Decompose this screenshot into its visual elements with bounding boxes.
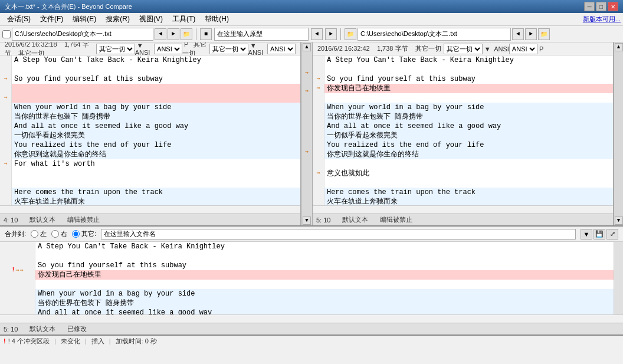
right-file-path[interactable]: C:\Users\echo\Desktop\文本二.txt xyxy=(358,28,511,41)
right-file-section: 📁 C:\Users\echo\Desktop\文本二.txt ◄ ► 📁 xyxy=(345,28,550,41)
menu-help[interactable]: 帮助(H) xyxy=(200,13,234,25)
line-text: And all at once it seemed like a good wa… xyxy=(324,122,501,131)
center-divider: ▲ ⇒⇒⇒ ▼ xyxy=(301,42,313,225)
menu-session[interactable]: 会话(S) xyxy=(2,13,35,25)
table-row xyxy=(313,65,613,74)
merge-edit-status: 已修改 xyxy=(67,324,87,333)
table-row: ⇒So you find yourself at this subway xyxy=(0,74,300,84)
left-horiz-scrollbar[interactable] xyxy=(0,205,300,214)
right-encoding-select1[interactable]: 其它一切 xyxy=(444,44,483,54)
table-row: You realized its the end of your life xyxy=(0,140,300,150)
right-position: 5: 10 xyxy=(316,217,330,224)
left-encoding-select1[interactable]: 其它一切 xyxy=(96,44,135,54)
middle-back-btn[interactable]: ◄ xyxy=(311,28,323,40)
left-ansi-select[interactable]: ANSI xyxy=(267,44,296,54)
table-row: When your world in a bag by your side xyxy=(313,103,613,112)
left-folder-btn[interactable]: 📁 xyxy=(181,28,192,40)
table-row: ⇒So you find yourself at this subway xyxy=(313,74,613,84)
line-gutter xyxy=(0,169,12,178)
left-diff-lines[interactable]: A Step You Can't Take Back - Keira Knigh… xyxy=(0,55,300,205)
merge-gutter-row xyxy=(0,250,35,258)
menu-tools[interactable]: 工具(T) xyxy=(168,13,200,25)
middle-path[interactable]: 在这里输入原型 xyxy=(214,28,309,41)
line-text: When your world in a bag by your side xyxy=(12,103,171,112)
right-encoding-select2[interactable]: ANSI xyxy=(509,44,537,54)
left-diff-content[interactable]: A Step You Can't Take Back - Keira Knigh… xyxy=(0,55,300,205)
merge-fullscreen-btn[interactable]: ⤢ xyxy=(606,229,618,240)
scroll-up-btn[interactable]: ▲ xyxy=(303,43,311,51)
menu-edit[interactable]: 编辑(E) xyxy=(68,13,101,25)
maximize-button[interactable]: □ xyxy=(596,2,606,11)
save-btn[interactable]: ■ xyxy=(200,28,212,40)
table-row: Here comes the train upon the track xyxy=(313,188,613,197)
table-row: 当你的世界在包装下 随身携带 xyxy=(0,112,300,122)
merge-output-path[interactable]: 在这里输入文件名 xyxy=(101,229,576,240)
merge-gutter: !⇒⇒ xyxy=(0,242,35,314)
left-encoding-select2[interactable]: ANSI xyxy=(154,44,182,54)
center-arrow-item xyxy=(301,182,312,191)
menu-search[interactable]: 搜索(R) xyxy=(101,13,135,25)
right-diff-lines[interactable]: A Step You Can't Take Back - Keira Knigh… xyxy=(313,55,613,205)
line-gutter: ⇒ xyxy=(313,169,324,178)
right-diff-content[interactable]: A Step You Can't Take Back - Keira Knigh… xyxy=(313,55,613,205)
merge-line-text: A Step You Can't Take Back - Keira Knigh… xyxy=(35,242,225,251)
insert-mode: 插入 xyxy=(91,337,104,346)
line-gutter xyxy=(0,55,12,65)
scroll-down-btn[interactable]: ▼ xyxy=(303,217,311,225)
merge-gutter-row xyxy=(0,242,35,250)
merge-horiz-scrollbar[interactable] xyxy=(0,314,623,323)
merge-radio-other[interactable]: 其它: xyxy=(72,229,96,238)
arrow2-icon: ⇒ xyxy=(20,267,24,274)
line-text: 你意识到这就是你生命的终结 xyxy=(12,150,106,159)
line-text: 当你的世界在包装下 随身携带 xyxy=(12,112,110,122)
left-file-path[interactable]: C:\Users\echo\Desktop\文本一.txt xyxy=(12,28,153,41)
minimize-button[interactable]: ─ xyxy=(584,2,595,11)
merge-lines[interactable]: A Step You Can't Take Back - Keira Knigh… xyxy=(35,242,614,314)
left-edit-status: 编辑被禁止 xyxy=(67,215,100,224)
merge-scrollbar[interactable] xyxy=(614,242,623,314)
menu-view[interactable]: 视图(V) xyxy=(135,13,168,25)
merge-panel: 合并到: 左 右 其它: 在这里输入文件名 ▼ 💾 ⤢ !⇒⇒ A Step Y… xyxy=(0,225,623,335)
merge-content[interactable]: !⇒⇒ A Step You Can't Take Back - Keira K… xyxy=(0,242,623,314)
right-scroll-up[interactable]: ▲ xyxy=(615,43,623,51)
merge-save-btn[interactable]: 💾 xyxy=(594,229,605,240)
center-arrow-item xyxy=(301,208,312,217)
left-back-btn[interactable]: ◄ xyxy=(155,28,166,40)
table-row xyxy=(0,178,300,188)
line-text: Here comes the train upon the track xyxy=(12,188,163,197)
right-folder2-btn[interactable]: 📁 xyxy=(538,28,550,40)
conflict-warning-icon: ! xyxy=(4,337,6,345)
right-folder-btn[interactable]: 📁 xyxy=(345,28,356,40)
line-text xyxy=(12,65,14,74)
menu-file[interactable]: 文件(F) xyxy=(35,13,68,25)
merge-label: 合并到: xyxy=(5,229,26,238)
right-back-btn[interactable]: ◄ xyxy=(512,28,524,40)
right-fwd-btn[interactable]: ► xyxy=(525,28,537,40)
merge-radio-left[interactable]: 左 xyxy=(31,229,47,238)
close-button[interactable]: ✕ xyxy=(608,2,618,11)
table-row: Here comes the train upon the track xyxy=(0,188,300,197)
center-arrow-item xyxy=(301,191,312,200)
line-gutter xyxy=(313,178,324,188)
right-p: P xyxy=(537,45,543,53)
new-version-link[interactable]: 新版本可用... xyxy=(583,15,621,24)
right-scroll-indicator: ▲ ▼ xyxy=(614,42,623,225)
table-row: 火车在轨道上奔驰而来 xyxy=(0,197,300,205)
line-gutter xyxy=(313,112,324,122)
right-horiz-scrollbar[interactable] xyxy=(313,205,613,214)
left-checkbox[interactable] xyxy=(2,30,11,38)
list-item: A Step You Can't Take Back - Keira Knigh… xyxy=(35,242,614,251)
center-arrow-item xyxy=(301,122,312,130)
line-gutter xyxy=(313,159,324,169)
merge-radio-right[interactable]: 右 xyxy=(51,229,67,238)
merge-line-text: 当你的世界在包装下 随身携带 xyxy=(35,299,134,308)
middle-fwd-btn[interactable]: ► xyxy=(325,28,337,40)
left-position: 4: 10 xyxy=(4,217,18,224)
merge-gutter-row xyxy=(0,306,35,314)
merge-label: 默认文本 xyxy=(29,324,55,333)
merge-dropdown-btn[interactable]: ▼ xyxy=(581,229,592,240)
left-other-select[interactable]: 其它一切 xyxy=(209,44,248,54)
merge-line-text xyxy=(35,280,38,289)
right-scroll-down[interactable]: ▼ xyxy=(615,217,623,225)
left-fwd-btn[interactable]: ► xyxy=(168,28,179,40)
